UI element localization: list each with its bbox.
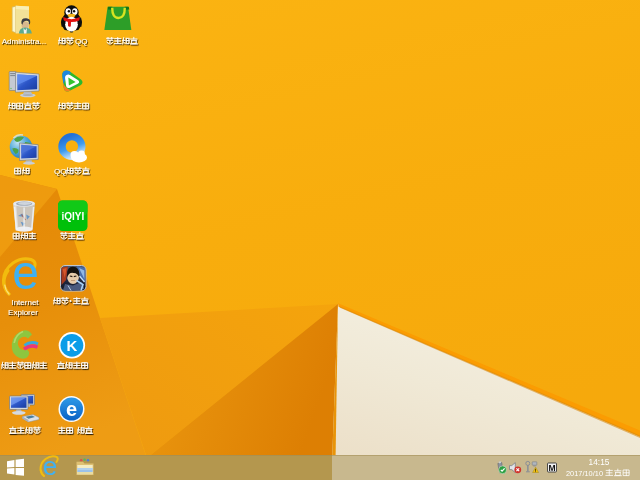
svg-text:iQIYI: iQIYI bbox=[62, 211, 85, 222]
svg-text:Internet: Internet bbox=[11, 298, 39, 307]
svg-text:e: e bbox=[12, 246, 39, 299]
svg-text:2017/10/10: 2017/10/10 bbox=[566, 469, 603, 478]
svg-text:14:15: 14:15 bbox=[589, 457, 610, 467]
svg-text:Explorer: Explorer bbox=[8, 308, 38, 317]
svg-text:QQ: QQ bbox=[75, 37, 87, 46]
svg-text:e: e bbox=[43, 451, 57, 480]
svg-text:K: K bbox=[67, 337, 78, 354]
svg-text:QQ: QQ bbox=[54, 167, 66, 176]
svg-text:M: M bbox=[548, 463, 555, 473]
svg-text:e: e bbox=[66, 398, 77, 420]
svg-text:Administra...: Administra... bbox=[2, 37, 46, 46]
